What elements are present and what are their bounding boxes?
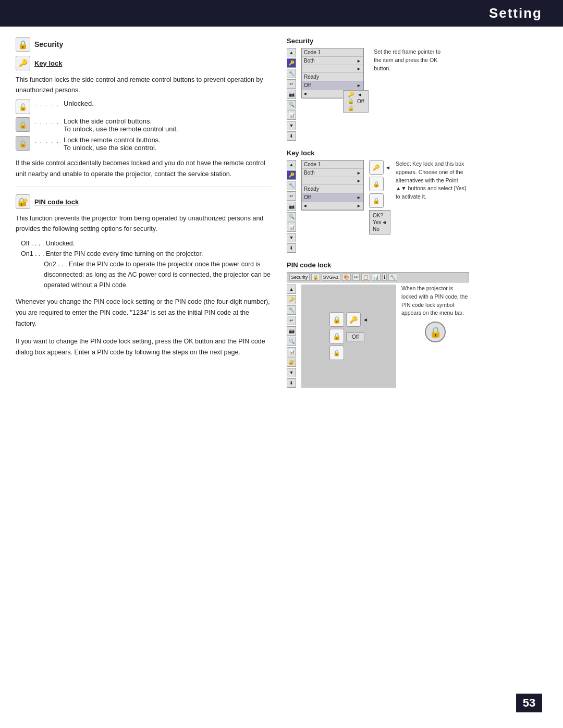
pin-si-4: 📷 <box>287 326 296 336</box>
pin-main-area: 🔒 🔑 ◄ 🔒 Off 🔒 <box>301 285 396 388</box>
main-content: 🔒 Security 🔑 Key lock This function lock… <box>0 27 563 398</box>
divider <box>16 187 271 187</box>
kl-si-up: ▲ <box>287 160 296 169</box>
pin-code-lock-title: PIN code lock <box>34 198 79 206</box>
pin-code-lock-header: 🔐 PIN code lock <box>16 194 271 209</box>
security-icon: 🔒 <box>16 37 30 52</box>
key-lock-description: This function locks the side control and… <box>16 75 271 95</box>
right-key-lock-label: Key lock <box>287 149 469 157</box>
pin-toolbar: Security 🔒 SVGA1 🎨 ✂ 📋 📊 ℹ 🔧 <box>287 272 469 282</box>
pin-caption: When the projector is locked with a PIN … <box>401 285 469 317</box>
pin-si-1: 🔑 <box>287 295 296 304</box>
pin-sidebar-icons: ▲ 🔑 🔧 ↩ 📷 🔍 📊 🔐 ▼ ⬇ <box>287 285 296 388</box>
lock-remote-text: Lock the remote control buttons. <box>64 136 161 144</box>
pin-si-8: ▼ <box>287 368 296 377</box>
si-6: 📊 <box>287 110 296 120</box>
lock-remote-row: 🔒 . . . . . Lock the remote control butt… <box>16 136 271 152</box>
off-text: Off . . . . Unlocked. <box>21 238 271 249</box>
toolbar-icon5: ℹ <box>382 274 387 281</box>
kl-si-2: 🔧 <box>287 181 296 190</box>
pin-si-up: ▲ <box>287 285 296 294</box>
right-pin-code-lock-label: PIN code lock <box>287 261 469 269</box>
unlock-side-text: To unlock, use the side control. <box>64 144 161 152</box>
key-lock-confirm-area: 🔑 ◄ 🔒 🔒 OK? Yes ◄ <box>369 160 390 235</box>
menu-row-blank: ► <box>302 65 363 73</box>
pin-si-6: 📊 <box>287 347 296 356</box>
lock-side-row: 🔒 . . . . . Lock the side control button… <box>16 117 271 133</box>
toolbar-icon1: 🎨 <box>342 274 351 281</box>
confirm-yes: Yes ◄ <box>373 219 387 226</box>
security-off-panel: 🔑 ◄ 🔒 Off 🔒 <box>343 90 369 113</box>
kl-si-sel1: 🔑 <box>287 170 296 180</box>
locked-paragraph: If the side control accidentally becomes… <box>16 158 271 179</box>
unlocked-icon: 🔓 <box>16 100 30 114</box>
toolbar-lock-icon: 🔒 <box>311 274 320 281</box>
si-8: ⬇ <box>287 131 296 141</box>
kl-menu-row-ready: Ready <box>302 185 363 193</box>
page-header: Setting <box>0 0 563 27</box>
pin-si-9: ⬇ <box>287 378 296 388</box>
key-lock-mockup: ▲ 🔑 🔧 ↩ 📷 🔍 📊 ▼ ⬇ Code 1 Both ► <box>287 160 469 253</box>
toolbar-icon3: 📋 <box>361 274 370 281</box>
lock-side-icon: 🔒 <box>16 117 30 132</box>
pin-change-para1: Whenever you change the PIN code lock se… <box>16 297 271 329</box>
si-3: ↩ <box>287 79 296 89</box>
si-5: 🔍 <box>287 100 296 109</box>
si-up: ▲ <box>287 48 296 57</box>
si-sel1: 🔑 <box>287 58 296 68</box>
key-lock-header: 🔑 Key lock <box>16 56 271 70</box>
toolbar-security: Security <box>289 274 310 281</box>
page-number: 53 <box>516 694 542 712</box>
pin-lock-icon: 🔐 <box>16 194 30 209</box>
confirm-ok: OK? <box>373 212 387 219</box>
confirm-no: No <box>373 226 387 232</box>
kl-icon3: 🔒 <box>369 193 384 208</box>
pin-si-3: ↩ <box>287 316 296 325</box>
on1-text: On1 . . . Enter the PIN code every time … <box>21 249 271 259</box>
kl-icon2: 🔒 <box>369 177 384 191</box>
security-label: Security <box>34 40 63 48</box>
page-title: Setting <box>489 5 542 21</box>
pin-change-para2: If you want to change the PIN code lock … <box>16 336 271 357</box>
key-lock-caption: Select Key lock and this box appears. Ch… <box>396 160 469 201</box>
menu-row-ready: Ready <box>302 73 363 81</box>
si-4: 📷 <box>287 90 296 99</box>
toolbar-icon6: 🔧 <box>388 274 397 281</box>
si-7: ▼ <box>287 121 296 130</box>
kl-si-3: ↩ <box>287 191 296 201</box>
unlocked-row: 🔓 . . . . . Unlocked. <box>16 100 271 114</box>
security-sidebar-icons: ▲ 🔑 🔧 ↩ 📷 🔍 📊 ▼ ⬇ <box>287 48 296 141</box>
pin-lock-mockup-container: ▲ 🔑 🔧 ↩ 📷 🔍 📊 🔐 ▼ ⬇ 🔒 🔑 ◄ <box>287 285 469 388</box>
key-lock-title: Key lock <box>34 59 62 67</box>
pin-lock-sm3: 🔒 <box>329 329 344 343</box>
pin-big-lock-icon: 🔒 <box>425 322 446 342</box>
unlock-remote-text: To unlock, use the remote control unit. <box>64 125 178 133</box>
si-2: 🔧 <box>287 69 296 78</box>
menu-row-code1: Code 1 <box>302 48 363 57</box>
kl-menu-row-dot: ● ► <box>302 202 363 210</box>
key-lock-icon: 🔑 <box>16 56 30 70</box>
pin-si-7: 🔐 <box>287 357 296 367</box>
kl-si-6: 📊 <box>287 223 296 232</box>
pin-description: This function prevents the projector fro… <box>16 213 271 234</box>
right-column: Security ▲ 🔑 🔧 ↩ 📷 🔍 📊 ▼ ⬇ Code 1 <box>282 37 469 388</box>
lock-side-text: Lock the side control buttons. <box>64 117 178 125</box>
pin-lock-sm4: 🔒 <box>329 346 344 360</box>
pin-off-panel: Off <box>346 332 364 341</box>
unlocked-text: Unlocked. <box>64 100 94 107</box>
pin-si-2: 🔧 <box>287 305 296 315</box>
kl-si-4: 📷 <box>287 202 296 211</box>
security-section-header: 🔒 Security <box>16 37 271 52</box>
key-lock-sidebar-icons: ▲ 🔑 🔧 ↩ 📷 🔍 📊 ▼ ⬇ <box>287 160 296 253</box>
off-label: Off <box>357 98 364 104</box>
confirm-box: OK? Yes ◄ No <box>369 210 390 235</box>
kl-menu-row-off: Off ► <box>302 193 363 202</box>
security-mockup: ▲ 🔑 🔧 ↩ 📷 🔍 📊 ▼ ⬇ Code 1 Both ► <box>287 48 469 141</box>
kl-si-7: ▼ <box>287 233 296 242</box>
toolbar-icon4: 📊 <box>372 274 381 281</box>
kl-si-8: ⬇ <box>287 243 296 253</box>
menu-row-off: Off ► <box>302 81 363 90</box>
key-lock-menu-panel: Code 1 Both ► ► Ready Off ► ● <box>301 160 364 211</box>
pin-lock-sm2: 🔑 <box>346 312 361 327</box>
kl-icon1: 🔑 <box>369 160 384 175</box>
